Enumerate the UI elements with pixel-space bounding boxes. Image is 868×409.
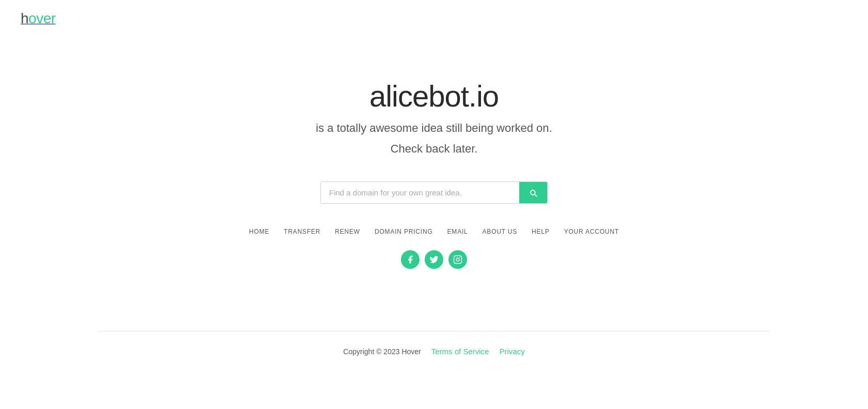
nav-link-home[interactable]: HOME <box>249 228 269 235</box>
search-input[interactable] <box>321 182 519 203</box>
search-button[interactable] <box>519 182 547 203</box>
nav-links: HOME TRANSFER RENEW DOMAIN PRICING EMAIL… <box>249 226 619 236</box>
nav-link-your-account[interactable]: YOUR ACCOUNT <box>564 228 619 235</box>
tagline: is a totally awesome idea still being wo… <box>316 122 552 135</box>
twitter-icon <box>429 255 439 264</box>
nav-item-renew: RENEW <box>335 226 360 236</box>
nav-item-help: HELP <box>532 226 550 236</box>
nav-item-home: HOME <box>249 226 269 236</box>
logo-text: hover <box>21 10 56 26</box>
nav-link-email[interactable]: EMAIL <box>447 228 468 235</box>
nav-link-about-us[interactable]: ABOUT US <box>483 228 518 235</box>
facebook-icon-link[interactable] <box>401 250 420 269</box>
twitter-icon-link[interactable] <box>425 250 443 269</box>
search-icon <box>529 188 538 198</box>
facebook-icon <box>406 255 415 264</box>
nav-item-about-us: ABOUT US <box>483 226 518 236</box>
header: hover <box>0 0 868 37</box>
logo-link[interactable]: hover <box>21 10 56 27</box>
footer-divider <box>98 331 770 331</box>
logo-over: over <box>28 10 55 26</box>
nav-item-domain-pricing: DOMAIN PRICING <box>375 226 433 236</box>
nav-item-transfer: TRANSFER <box>284 226 320 236</box>
privacy-link[interactable]: Privacy <box>499 347 524 356</box>
footer-copyright: Copyright © 2023 Hover <box>343 347 421 356</box>
instagram-icon <box>453 255 462 264</box>
nav-link-transfer[interactable]: TRANSFER <box>284 228 320 235</box>
footer: Copyright © 2023 Hover Terms of Service … <box>0 347 868 376</box>
search-container <box>320 181 548 204</box>
domain-title: alicebot.io <box>369 79 499 113</box>
terms-of-service-link[interactable]: Terms of Service <box>431 347 489 356</box>
svg-rect-0 <box>454 256 462 264</box>
nav-link-help[interactable]: HELP <box>532 228 550 235</box>
main-content: alicebot.io is a totally awesome idea st… <box>0 37 868 331</box>
instagram-icon-link[interactable] <box>448 250 467 269</box>
nav-link-renew[interactable]: RENEW <box>335 228 360 235</box>
nav-item-email: EMAIL <box>447 226 468 236</box>
nav-item-your-account: YOUR ACCOUNT <box>564 226 619 236</box>
logo-h: h <box>21 10 28 26</box>
nav-link-domain-pricing[interactable]: DOMAIN PRICING <box>375 228 433 235</box>
social-icons <box>401 250 467 269</box>
check-back-text: Check back later. <box>391 142 478 156</box>
